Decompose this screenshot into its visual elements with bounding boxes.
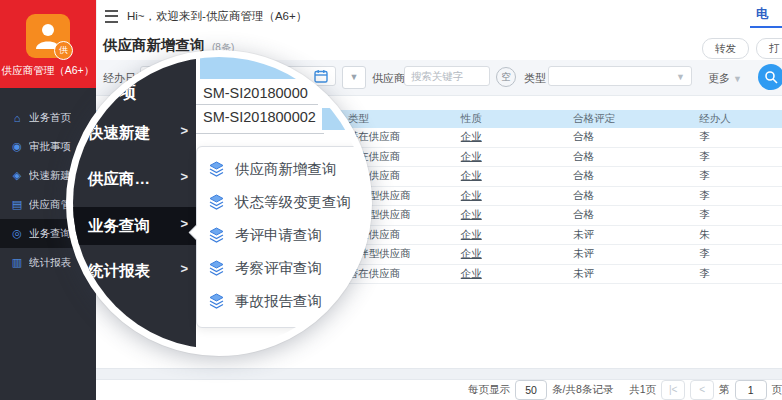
print-button[interactable]: 打印 <box>756 38 782 59</box>
layers-icon <box>208 260 225 277</box>
chevron-right-icon: > <box>180 261 188 282</box>
chevron-down-icon: ▼ <box>350 72 359 82</box>
search-button[interactable] <box>758 64 782 90</box>
menu-item-evaluation-apply-query[interactable]: 考评申请查询 <box>197 219 371 252</box>
chevron-down-icon: ▼ <box>733 74 742 84</box>
col-handler: 经办人 <box>689 110 782 128</box>
records-label: 条/共8条记录 <box>552 383 613 397</box>
search-input[interactable] <box>404 66 490 86</box>
chevron-right-icon: > <box>180 169 188 190</box>
magnified-doc-number[interactable]: SM-SI201800002 <box>203 109 316 125</box>
magnifier-lens: 事项 快速新建> 供应商…> 业务查询> 统计报表> SM-SI20180000… <box>66 50 372 356</box>
pagination: 每页显示 50 条/共8条记录 共1页 |< < 第 1 页 <box>468 379 782 400</box>
magnified-sidebar-item-business-query[interactable]: 业务查询> <box>88 216 188 237</box>
col-type: 类型 <box>337 110 451 128</box>
forward-button[interactable]: 转发 <box>702 38 749 59</box>
layers-icon <box>208 293 225 310</box>
page-prefix: 第 <box>719 383 730 397</box>
chevron-right-icon: > <box>180 216 188 237</box>
chevron-down-icon: ▼ <box>676 72 685 82</box>
magnified-sidebar-item-report[interactable]: 统计报表> <box>88 261 188 282</box>
per-page-input[interactable]: 50 <box>515 380 547 400</box>
app-name: 供应商管理（A6+） <box>0 64 96 78</box>
app-logo: 供 <box>26 14 70 58</box>
prev-page-button[interactable]: < <box>690 380 714 400</box>
supplier-filter-label: 供应商 <box>372 71 405 86</box>
query-flyout-menu: 供应商新增查询 状态等级变更查询 考评申请查询 考察评审查 <box>196 146 372 328</box>
menu-item-status-level-change-query[interactable]: 状态等级变更查询 <box>197 186 371 219</box>
page-suffix: 页 <box>772 383 782 397</box>
chevron-right-icon: > <box>180 123 188 144</box>
menu-item-inspection-review-query[interactable]: 考察评审查询 <box>197 252 371 285</box>
date-dropdown-button[interactable]: ▼ <box>342 66 366 89</box>
search-icon <box>764 70 778 84</box>
sidebar-item-home[interactable]: ⌂ 业务首页 <box>0 103 96 132</box>
empty-filter-button[interactable]: 空 <box>496 67 516 87</box>
more-filters-button[interactable]: 更多▼ <box>708 71 742 86</box>
approval-icon: ◉ <box>10 140 24 153</box>
menu-item-supplier-new-query[interactable]: 供应商新增查询 <box>197 153 371 186</box>
menu-item-accident-report-query[interactable]: 事故报告查询 <box>197 285 371 318</box>
page-number-input[interactable]: 1 <box>735 380 767 400</box>
magnified-sidebar-item-quick-create[interactable]: 快速新建> <box>88 123 188 144</box>
query-icon: ◎ <box>10 227 24 240</box>
top-bar: Hi~，欢迎来到-供应商管理（A6+） 电 <box>96 0 782 31</box>
layers-icon <box>208 161 225 178</box>
type-select[interactable]: ▼ <box>548 66 692 86</box>
col-nature: 性质 <box>451 110 563 128</box>
app-badge: 供 <box>54 41 73 60</box>
create-icon: ◈ <box>10 169 24 182</box>
brand-header: 供 供应商管理（A6+） <box>0 0 96 88</box>
layers-icon <box>208 227 225 244</box>
per-page-label: 每页显示 <box>468 383 510 397</box>
col-rating: 合格评定 <box>563 110 689 128</box>
total-pages-label: 共1页 <box>629 383 656 397</box>
type-filter-label: 类型 <box>524 71 546 86</box>
calendar-icon[interactable] <box>314 69 328 83</box>
supplier-icon: ▤ <box>10 198 24 211</box>
report-icon: ▥ <box>10 256 24 269</box>
hamburger-menu-icon[interactable] <box>105 10 118 23</box>
magnified-sidebar-item-supplier[interactable]: 供应商…> <box>88 169 188 190</box>
layers-icon <box>208 194 225 211</box>
active-tab[interactable]: 电 <box>750 6 782 28</box>
first-page-button[interactable]: |< <box>661 380 685 400</box>
welcome-text: Hi~，欢迎来到-供应商管理（A6+） <box>127 9 307 24</box>
home-icon: ⌂ <box>10 112 24 124</box>
magnified-doc-number[interactable]: SM-SI20180000 <box>203 85 308 101</box>
